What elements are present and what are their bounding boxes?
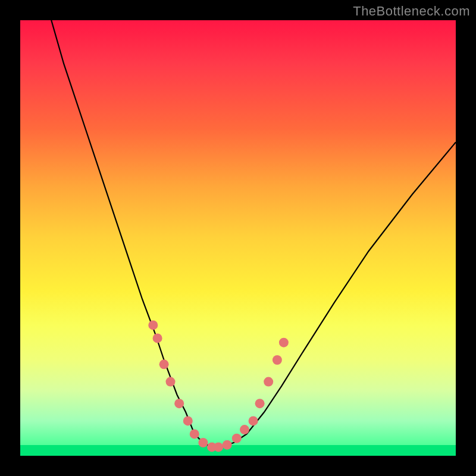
bottleneck-curve xyxy=(46,20,456,447)
marker-dot xyxy=(190,429,199,439)
chart-svg xyxy=(20,20,456,456)
marker-dot xyxy=(159,359,169,369)
marker-dot xyxy=(273,355,282,365)
marker-dot xyxy=(223,440,232,450)
marker-dot xyxy=(232,434,242,443)
marker-dot xyxy=(153,333,162,343)
marker-dot xyxy=(264,377,273,387)
marker-dot xyxy=(214,442,223,452)
marker-dot xyxy=(279,338,289,347)
marker-dot xyxy=(183,416,193,425)
marker-dots-group xyxy=(148,320,289,452)
watermark-text: TheBottleneck.com xyxy=(353,4,470,19)
marker-dot xyxy=(249,416,258,425)
marker-dot xyxy=(148,320,158,330)
chart-area xyxy=(20,20,456,456)
marker-dot xyxy=(166,377,176,387)
marker-dot xyxy=(198,438,208,447)
marker-dot xyxy=(174,399,184,408)
marker-dot xyxy=(240,425,249,434)
marker-dot xyxy=(255,399,265,408)
